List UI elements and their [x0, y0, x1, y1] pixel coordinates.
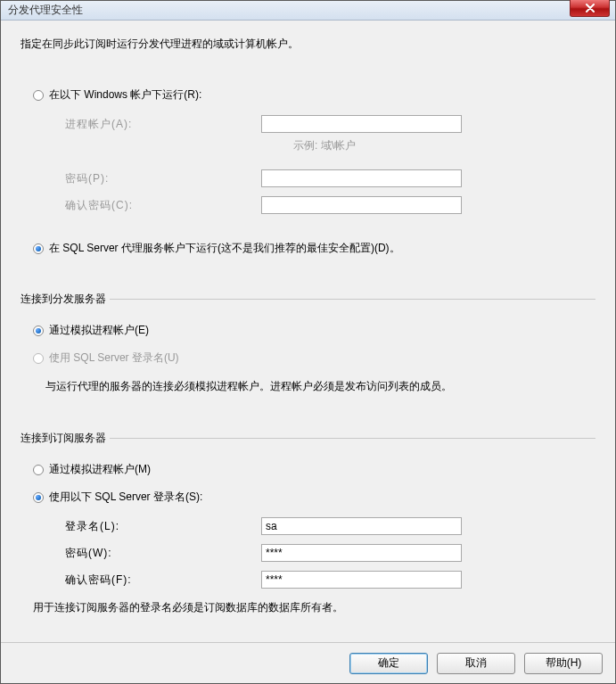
- button-bar: 确定 取消 帮助(H): [1, 642, 615, 683]
- radio-sub-impersonate[interactable]: [33, 465, 44, 475]
- divider: [110, 438, 595, 439]
- sub-confirm-input[interactable]: [261, 571, 462, 589]
- distributor-note: 与运行代理的服务器的连接必须模拟进程帐户。进程帐户必须是发布访问列表的成员。: [33, 378, 595, 395]
- content-area: 指定在同步此订阅时运行分发代理进程的域或计算机帐户。 在以下 Windows 帐…: [1, 21, 615, 625]
- ok-button[interactable]: 确定: [349, 653, 428, 674]
- sub-password-input[interactable]: [261, 544, 462, 562]
- process-account-input: [261, 115, 462, 133]
- radio-dist-sql-login-label: 使用 SQL Server 登录名(U): [49, 350, 179, 366]
- dialog-window: 分发代理安全性 指定在同步此订阅时运行分发代理进程的域或计算机帐户。 在以下 W…: [0, 0, 616, 684]
- close-icon: [585, 4, 595, 12]
- radio-sql-agent-account[interactable]: [33, 243, 44, 254]
- window-title: 分发代理安全性: [8, 3, 83, 18]
- process-account-label: 进程帐户(A):: [65, 117, 261, 132]
- subscriber-title: 连接到订阅服务器: [21, 431, 110, 446]
- password-label: 密码(P):: [65, 171, 261, 186]
- subscriber-note: 用于连接订阅服务器的登录名必须是订阅数据库的数据库所有者。: [33, 599, 595, 616]
- sub-login-label: 登录名(L):: [65, 519, 261, 534]
- confirm-password-label: 确认密码(C):: [65, 198, 261, 213]
- divider: [110, 299, 595, 300]
- radio-sql-agent-label: 在 SQL Server 代理服务帐户下运行(这不是我们推荐的最佳安全配置)(D…: [49, 241, 400, 256]
- radio-dist-sql-login: [33, 353, 44, 364]
- radio-sub-sql-login-label: 使用以下 SQL Server 登录名(S):: [49, 490, 202, 505]
- radio-dist-impersonate-label: 通过模拟进程帐户(E): [49, 323, 149, 338]
- instruction-text: 指定在同步此订阅时运行分发代理进程的域或计算机帐户。: [21, 37, 595, 52]
- cancel-button[interactable]: 取消: [437, 653, 515, 674]
- help-button[interactable]: 帮助(H): [524, 653, 603, 674]
- close-button[interactable]: [570, 0, 610, 17]
- distributor-title: 连接到分发服务器: [21, 292, 110, 307]
- sub-confirm-label: 确认密码(F):: [65, 573, 261, 588]
- process-account-example: 示例: 域\帐户: [33, 138, 595, 153]
- sub-password-label: 密码(W):: [65, 546, 261, 561]
- sub-login-input[interactable]: [261, 517, 462, 535]
- radio-windows-account-label: 在以下 Windows 帐户下运行(R):: [49, 87, 201, 103]
- confirm-password-input: [261, 196, 462, 214]
- radio-sub-sql-login[interactable]: [33, 492, 44, 503]
- radio-sub-impersonate-label: 通过模拟进程帐户(M): [49, 462, 151, 477]
- titlebar: 分发代理安全性: [1, 1, 615, 21]
- password-input: [261, 169, 462, 187]
- section-subscriber: 连接到订阅服务器 通过模拟进程帐户(M) 使用以下 SQL Server 登录名…: [21, 431, 595, 616]
- section-distributor: 连接到分发服务器 通过模拟进程帐户(E) 使用 SQL Server 登录名(U…: [21, 292, 595, 395]
- radio-windows-account[interactable]: [33, 90, 44, 101]
- radio-dist-impersonate[interactable]: [33, 326, 44, 336]
